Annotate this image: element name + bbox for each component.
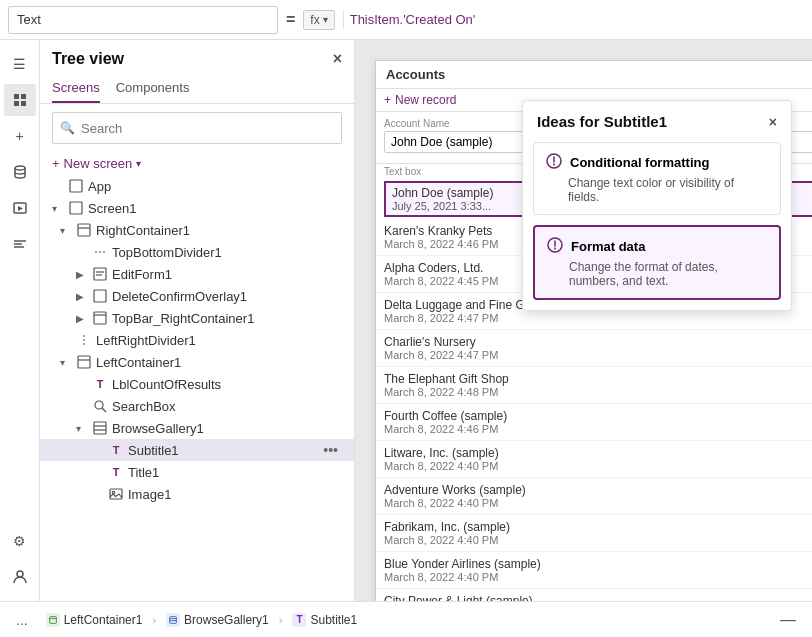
hamburger-icon[interactable]: ☰ (4, 48, 36, 80)
tree-item-deleteconfirmoverlay1[interactable]: ▶ DeleteConfirmOverlay1 (40, 285, 354, 307)
tree-item-label: TopBar_RightContainer1 (112, 311, 342, 326)
data-icon[interactable] (4, 156, 36, 188)
equals-symbol: = (286, 11, 295, 29)
container-breadcrumb-icon (46, 613, 60, 627)
ideas-card-conditional[interactable]: Conditional formatting Change text color… (533, 142, 781, 215)
gallery-item-5[interactable]: Fourth Coffee (sample) March 8, 2022 4:4… (376, 404, 812, 441)
text-icon: T (108, 442, 124, 458)
tree-item-label: TopBottomDivider1 (112, 245, 342, 260)
subtitle-breadcrumb-icon: T (292, 613, 306, 627)
tree-item-label: Subtitle1 (128, 443, 315, 458)
tree-title: Tree view (52, 50, 124, 68)
tree-tabs: Screens Components (40, 74, 354, 104)
breadcrumb: LeftContainer1 › BrowseGallery1 › T Subt… (36, 609, 367, 631)
new-record-button[interactable]: + New record (384, 93, 456, 107)
new-screen-button[interactable]: + New screen ▾ (40, 152, 354, 175)
tree-item-screen1[interactable]: ▾ Screen1 (40, 197, 354, 219)
breadcrumb-subtitle1[interactable]: T Subtitle1 (282, 609, 367, 631)
gallery-item-6[interactable]: Litware, Inc. (sample) March 8, 2022 4:4… (376, 441, 812, 478)
layers-icon[interactable] (4, 84, 36, 116)
gallery-item-10[interactable]: City Power & Light (sample) March 8, 202… (376, 589, 812, 601)
format-data-card-desc: Change the format of dates, numbers, and… (547, 260, 767, 288)
gallery-item-3[interactable]: Charlie's Nursery March 8, 2022 4:47 PM (376, 330, 812, 367)
gallery-item-name: Litware, Inc. (sample) (384, 446, 812, 460)
app-header: Accounts (376, 61, 812, 89)
tree-item-title1[interactable]: T Title1 (40, 461, 354, 483)
gallery-item-8[interactable]: Fabrikam, Inc. (sample) March 8, 2022 4:… (376, 515, 812, 552)
gallery-item-date: March 8, 2022 4:40 PM (384, 460, 812, 472)
svg-rect-12 (94, 268, 106, 280)
svg-rect-8 (70, 180, 82, 192)
settings-icon[interactable]: ⚙ (4, 525, 36, 557)
gallery-item-date: March 8, 2022 4:46 PM (384, 423, 812, 435)
breadcrumb-leftcontainer1-label: LeftContainer1 (64, 613, 143, 627)
canvas-area: Accounts + New record Account Name John … (355, 40, 812, 601)
tree-item-topbottomdivider1[interactable]: TopBottomDivider1 (40, 241, 354, 263)
expand-icon: ▶ (76, 313, 88, 324)
tree-item-subtitle1[interactable]: T Subtitle1 ••• (40, 439, 354, 461)
bottom-bar: ... LeftContainer1 › BrowseGallery1 › T … (0, 601, 812, 637)
image-icon (108, 486, 124, 502)
tree-item-lblcountofresults[interactable]: T LblCountOfResults (40, 373, 354, 395)
gallery-item-name: Fabrikam, Inc. (sample) (384, 520, 812, 534)
add-icon[interactable]: + (4, 120, 36, 152)
expand-icon: ▶ (76, 269, 88, 280)
plus-icon: + (384, 93, 391, 107)
ideas-title: Ideas for Subtitle1 (537, 113, 667, 130)
fx-label: fx (310, 13, 319, 27)
tree-item-browsegallery1[interactable]: ▾ BrowseGallery1 (40, 417, 354, 439)
ideas-header: Ideas for Subtitle1 × (523, 101, 791, 142)
tree-item-label: DeleteConfirmOverlay1 (112, 289, 342, 304)
breadcrumb-leftcontainer1[interactable]: LeftContainer1 (36, 609, 153, 631)
variables-icon[interactable] (4, 228, 36, 260)
search-input[interactable] (52, 112, 342, 144)
tree-item-image1[interactable]: Image1 (40, 483, 354, 505)
gallery-item-date: March 8, 2022 4:40 PM (384, 534, 812, 546)
expand-icon: ▾ (60, 225, 72, 236)
tree-item-leftcontainer1[interactable]: ▾ LeftContainer1 (40, 351, 354, 373)
gallery-item-7[interactable]: Adventure Works (sample) March 8, 2022 4… (376, 478, 812, 515)
gallery-item-date: March 8, 2022 4:47 PM (384, 349, 812, 361)
svg-point-20 (95, 401, 103, 409)
gallery-item-4[interactable]: The Elephant Gift Shop March 8, 2022 4:4… (376, 367, 812, 404)
gallery-item-9[interactable]: Blue Yonder Airlines (sample) March 8, 2… (376, 552, 812, 589)
user-icon[interactable] (4, 561, 36, 593)
tree-item-leftrightdivider1[interactable]: LeftRightDivider1 (40, 329, 354, 351)
tree-item-rightcontainer1[interactable]: ▾ RightContainer1 (40, 219, 354, 241)
tree-header: Tree view × (40, 40, 354, 74)
fx-button[interactable]: fx ▾ (303, 10, 334, 30)
tree-close-icon[interactable]: × (333, 50, 342, 68)
gallery-breadcrumb-icon (166, 613, 180, 627)
formula-bar[interactable]: ThisItem.'Created On' (343, 10, 804, 29)
svg-rect-15 (94, 290, 106, 302)
tab-components[interactable]: Components (116, 74, 190, 103)
tree-item-label: EditForm1 (112, 267, 342, 282)
ideas-card-format-data[interactable]: Format data Change the format of dates, … (533, 225, 781, 300)
tab-screens[interactable]: Screens (52, 74, 100, 103)
gallery-item-name: Blue Yonder Airlines (sample) (384, 557, 812, 571)
svg-rect-9 (70, 202, 82, 214)
overlay-icon (92, 288, 108, 304)
expand-icon: ▾ (60, 357, 72, 368)
ideas-close-icon[interactable]: × (769, 114, 777, 130)
tree-item-searchbox[interactable]: SearchBox (40, 395, 354, 417)
gallery-item-name: Charlie's Nursery (384, 335, 812, 349)
tree-item-editform1[interactable]: ▶ EditForm1 (40, 263, 354, 285)
more-options-icon[interactable]: ••• (319, 442, 342, 458)
tree-search: 🔍 (52, 112, 342, 144)
tree-item-topbar-rightcontainer1[interactable]: ▶ TopBar_RightContainer1 (40, 307, 354, 329)
format-data-icon (547, 237, 563, 256)
bottom-dots[interactable]: ... (8, 612, 36, 628)
svg-rect-25 (110, 489, 122, 499)
property-select[interactable]: Text (8, 6, 278, 34)
tree-item-label: LeftContainer1 (96, 355, 342, 370)
ideas-panel: Ideas for Subtitle1 × Conditional format… (522, 100, 792, 311)
breadcrumb-subtitle1-label: Subtitle1 (310, 613, 357, 627)
tree-item-label: RightContainer1 (96, 223, 342, 238)
main-layout: ☰ + ⚙ Tree view × Screens Components (0, 40, 812, 601)
bottom-minus-icon[interactable]: — (772, 611, 804, 629)
tree-item-app[interactable]: App (40, 175, 354, 197)
breadcrumb-browsegallery1[interactable]: BrowseGallery1 (156, 609, 279, 631)
media-icon[interactable] (4, 192, 36, 224)
expand-icon: ▶ (76, 291, 88, 302)
